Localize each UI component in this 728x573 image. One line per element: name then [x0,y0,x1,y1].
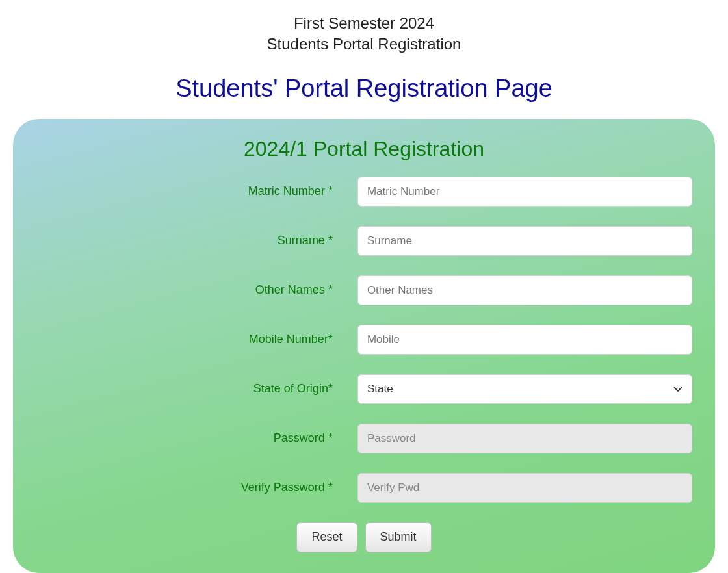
othernames-input[interactable] [358,275,692,305]
matric-input[interactable] [358,177,692,207]
registration-form-card: 2024/1 Portal Registration Matric Number… [13,119,715,573]
surname-label: Surname * [36,234,358,248]
matric-row: Matric Number * [36,177,692,207]
othernames-row: Other Names * [36,275,692,305]
surname-row: Surname * [36,226,692,256]
submit-button[interactable]: Submit [365,522,432,552]
reset-button[interactable]: Reset [296,522,357,552]
password-label: Password * [36,431,358,445]
mobile-input[interactable] [358,325,692,355]
state-select[interactable]: State [358,374,692,404]
verify-password-row: Verify Password * [36,473,692,503]
state-label: State of Origin* [36,382,358,396]
form-title: 2024/1 Portal Registration [36,137,692,161]
othernames-label: Other Names * [36,283,358,297]
verify-password-input[interactable] [358,473,692,503]
password-row: Password * [36,424,692,453]
state-row: State of Origin* State [36,374,692,404]
header-line1: First Semester 2024 [294,14,434,32]
page-heading: Students' Portal Registration Page [0,75,728,103]
verify-password-label: Verify Password * [36,481,358,494]
header-title: First Semester 2024 Students Portal Regi… [0,13,728,55]
button-row: Reset Submit [36,522,692,552]
surname-input[interactable] [358,226,692,256]
mobile-label: Mobile Number* [36,333,358,346]
header-line2: Students Portal Registration [267,35,462,53]
password-input[interactable] [358,424,692,453]
mobile-row: Mobile Number* [36,325,692,355]
matric-label: Matric Number * [36,185,358,198]
